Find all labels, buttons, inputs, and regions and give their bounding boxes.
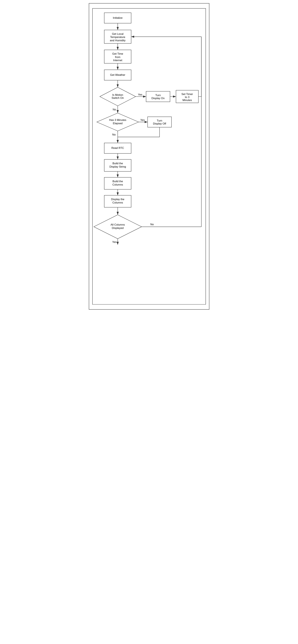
turn-display-off-label1: Turn <box>157 119 162 122</box>
build-columns-label1: Build the <box>113 180 123 183</box>
get-weather-label: Get Weather <box>110 74 125 76</box>
set-timer-label3: Minutes <box>182 99 192 102</box>
initialize-label: Initialize <box>113 16 123 20</box>
has-3min-label1: Has 3 Minutes <box>109 118 126 122</box>
turn-display-off-label2: Display Off <box>153 122 166 125</box>
yes-label-1: Yes <box>138 93 142 96</box>
display-columns-label1: Display the <box>111 198 124 201</box>
set-timer-label2: to 3 <box>185 96 189 99</box>
get-local-label1: Get Local <box>112 32 123 36</box>
build-display-string-label2: Display String <box>109 165 126 168</box>
has-3min-label2: Elapsed <box>113 122 123 125</box>
build-display-string-label1: Build the <box>113 162 123 165</box>
set-timer-label1: Set Timer <box>181 92 193 96</box>
yes-label-3: Yes <box>112 240 117 244</box>
no-label-1: No <box>113 108 116 111</box>
all-columns-label1: All Columns <box>110 223 125 226</box>
all-columns-label2: Displayed <box>112 226 123 230</box>
get-local-label3: and Humidity <box>110 39 126 42</box>
read-rtc-label: Read RTC <box>111 146 124 150</box>
turn-display-on-label2: Display On <box>151 97 165 100</box>
is-motion-label2: Switch On <box>112 96 124 100</box>
is-motion-label1: Is Motion <box>112 94 123 96</box>
get-time-label2: from <box>115 56 120 58</box>
no-label-2: No <box>112 133 116 136</box>
turn-display-on-label1: Turn <box>155 94 161 97</box>
get-time-label3: Internet <box>113 59 122 62</box>
display-columns-label2: Columns <box>112 201 123 204</box>
flowchart-container: Initialize Get Local Temperature and Hum… <box>89 3 209 310</box>
get-time-label1: Get Time <box>112 52 123 55</box>
build-columns-label2: Columns <box>112 183 123 186</box>
no-label-3: No <box>150 223 154 226</box>
get-local-label2: Temperature <box>110 36 125 38</box>
yes-label-2: Yes <box>140 118 145 122</box>
